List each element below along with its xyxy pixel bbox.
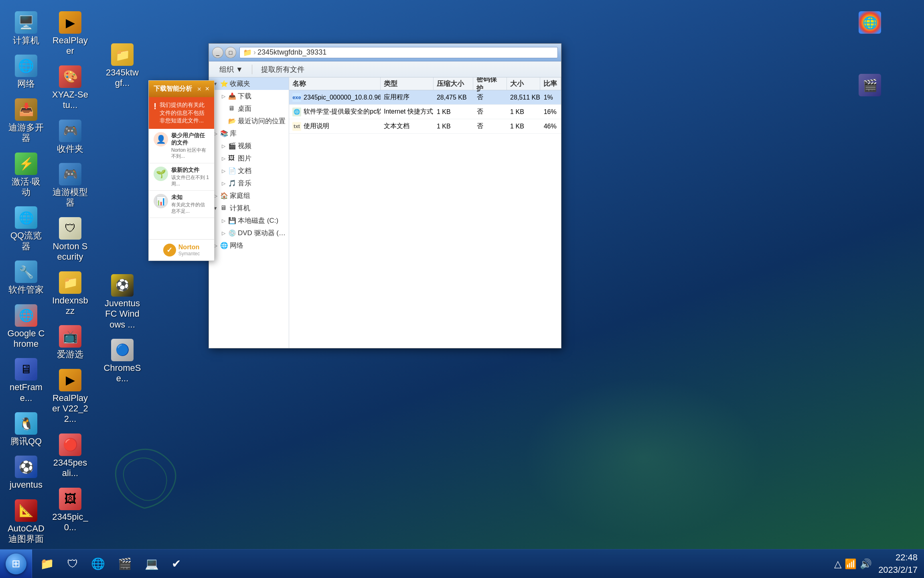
aiyouxuan-icon: 📺: [59, 325, 81, 348]
desktop-icon-movie-top[interactable]: 🎬: [848, 71, 892, 101]
file-type-icon-2: txt: [292, 122, 301, 131]
desktop-icon-realplayer2[interactable]: ▶ RealPlayer V22_22...: [48, 366, 92, 428]
tree-item-network[interactable]: ▷ 🌐 网络: [209, 239, 289, 252]
desktop-icon-google[interactable]: 🌐 Google Chrome: [4, 301, 48, 353]
taskbar-item-computer[interactable]: 💻: [138, 553, 165, 575]
folder2345-icon-label: 2345ktwgf...: [103, 67, 141, 89]
taskbar-item-shield[interactable]: 🛡: [61, 553, 85, 575]
address-bar[interactable]: 📁 › 2345ktwgfdnb_39331: [239, 47, 558, 58]
tree-item-favorites[interactable]: ▼ ⭐ 收藏夹: [209, 77, 289, 90]
start-button[interactable]: ⊞: [0, 550, 32, 578]
norton-section-0: 👤 极少用户信任的文件 Norton 社区中有不到...: [149, 129, 214, 163]
tree-icon-favorites: ⭐: [220, 80, 228, 88]
tree-item-computer[interactable]: ▼ 🖥 计算机: [209, 202, 289, 214]
tree-item-library[interactable]: ▷ 📚 库: [209, 127, 289, 140]
col-header-type[interactable]: 类型: [381, 77, 434, 90]
indexnsbzz-icon-label: Indexnsbzz: [51, 295, 89, 317]
desktop-icon-network[interactable]: 🌐 网络: [4, 51, 48, 92]
tree-item-desktop[interactable]: 🖥 桌面: [209, 102, 289, 115]
desktop-icon-inbox[interactable]: 📥 迪游多开器: [4, 95, 48, 147]
desktop-icon-folder2345[interactable]: 📁 2345ktwgf...: [100, 40, 144, 92]
tree-item-localdisk[interactable]: ▷ 💾 本地磁盘 (C:): [209, 214, 289, 227]
desktop-icon-computer[interactable]: 🖥️ 计算机: [4, 8, 48, 49]
col-header-ratio[interactable]: 比率: [540, 77, 561, 90]
norton-check-icon: ✓: [163, 244, 176, 256]
taskbar-check-icon: ✔: [172, 557, 181, 570]
desktop-icon-qqliulanqi[interactable]: 🌐 QQ流览器: [4, 203, 48, 255]
taskbar-item-media[interactable]: 🎬: [111, 553, 138, 575]
norton-footer: ✓ Norton Symantec: [149, 239, 214, 261]
desktop-icon-chrome-top[interactable]: 🌐: [848, 8, 892, 39]
top-right-icons: 🌐 🎬: [848, 8, 892, 101]
xyaz-icon: 🎨: [59, 65, 81, 88]
start-orb: ⊞: [6, 554, 26, 574]
jihuoshouquan-icon: ⚡: [15, 153, 37, 175]
col-header-compressed[interactable]: 压缩大小: [434, 77, 474, 90]
file-list-header: 名称 类型 压缩大小 密码保护 大小 比率: [289, 77, 561, 90]
norton-close-button[interactable]: ×: [205, 85, 209, 93]
tree-icon-download: 📥: [228, 92, 236, 100]
desktop-icon-juventus2[interactable]: ⚽ juventus: [4, 452, 48, 493]
clock-time: 22:48: [878, 552, 918, 564]
norton-section-icon-1: 🌱: [154, 167, 168, 181]
desktop-icon-rjgj[interactable]: 🔧 软件管家: [4, 257, 48, 298]
file-row-0[interactable]: exe 2345pic_000000_10.8.0.9683_x64 应用程序 …: [289, 90, 561, 105]
file-name-0: 2345pic_000000_10.8.0.9683_x64: [304, 94, 381, 101]
desktop-icon-daoyou[interactable]: 🎮 收件夹: [48, 116, 92, 157]
chromese-icon: 🔵: [111, 339, 134, 361]
tree-item-download[interactable]: ▷ 📥 下载: [209, 90, 289, 102]
taskbar-item-check[interactable]: ✔: [165, 553, 187, 575]
norton-logo: ✓ Norton Symantec: [163, 244, 200, 256]
juventus-icon: ⚽: [111, 274, 134, 297]
desktop-icon-juventus[interactable]: ⚽ Juventus FC Windows ...: [100, 271, 144, 333]
desktop-icon-xyaz[interactable]: 🎨 XYAZ-Setu...: [48, 62, 92, 114]
norton-section-content-1: 极新的文件 该文件已在不到 1 周...: [171, 167, 209, 187]
tree-item-homegroup[interactable]: ▷ 🏠 家庭组: [209, 189, 289, 202]
desktop-icon-daoyoumoxing[interactable]: 🎮 迪游模型器: [48, 160, 92, 212]
tree-arrow-docs: ▷: [220, 168, 227, 174]
file-row-1[interactable]: 🌐 软件学堂-提供最安全的pc软件_免费M... Internet 快捷方式 1…: [289, 105, 561, 119]
tree-item-images[interactable]: ▷ 🖼 图片: [209, 152, 289, 165]
desktop-icon-netframe[interactable]: 🖥 netFrame...: [4, 355, 48, 407]
desktop-icon-jihuoshouquan[interactable]: ⚡ 激活·吸动: [4, 149, 48, 201]
col-header-name[interactable]: 名称: [289, 77, 381, 90]
desktop-icon-aiyouxuan[interactable]: 📺 爱游选: [48, 322, 92, 363]
desktop-icon-norton[interactable]: 🛡 Norton Security: [48, 214, 92, 266]
swirl-decoration: [108, 444, 180, 518]
desktop-icon-chromese[interactable]: 🔵 ChromeSe...: [100, 336, 144, 387]
taskbar-item-browser[interactable]: 🌐: [85, 553, 111, 575]
minimize-button[interactable]: _: [212, 47, 223, 58]
tree-item-music[interactable]: ▷ 🎵 音乐: [209, 177, 289, 189]
tree-item-video[interactable]: ▷ 🎬 视频: [209, 140, 289, 152]
realplayer-icon-label: RealPlayer: [51, 35, 89, 57]
tree-icon-localdisk: 💾: [228, 217, 236, 225]
file-row-2[interactable]: txt 使用说明 文本文档 1 KB 否 1 KB 46%: [289, 119, 561, 134]
tree-item-dvd[interactable]: ▷ 💿 DVD 驱动器 (D:) 20...: [209, 227, 289, 239]
file-cell-ratio-1: 16%: [541, 105, 561, 119]
tree-label-recent: 最近访问的位置: [238, 116, 286, 126]
taskbar-clock[interactable]: 22:48 2023/2/17: [878, 552, 918, 576]
jihuoshouquan-icon-label: 激活·吸动: [7, 177, 45, 198]
tray-arrow-icon[interactable]: △: [834, 558, 841, 570]
tray-volume-icon[interactable]: 🔊: [860, 558, 872, 570]
tree-item-docs[interactable]: ▷ 📄 文档: [209, 165, 289, 177]
desktop-icon-indexnsbzz[interactable]: 📁 Indexnsbzz: [48, 268, 92, 320]
tree-label-video: 视频: [238, 141, 251, 151]
col-header-size[interactable]: 大小: [507, 77, 541, 90]
desktop-icon-qqchat[interactable]: 🐧 腾讯QQ: [4, 409, 48, 450]
tree-label-docs: 文档: [238, 166, 251, 175]
desktop-icon-2345pic[interactable]: 🖼 2345pic_0...: [48, 484, 92, 536]
qqliulanqi-icon-label: QQ流览器: [7, 230, 45, 252]
inbox-icon: 📥: [15, 98, 37, 121]
desktop-icon-autocad[interactable]: 📐 AutoCAD迪图界面: [4, 496, 48, 548]
col-header-password[interactable]: 密码保护: [473, 77, 507, 90]
maximize-button[interactable]: □: [225, 47, 236, 58]
desktop-icon-2345pei[interactable]: 🔴 2345pesali...: [48, 430, 92, 482]
organize-button[interactable]: 组织 ▼: [214, 63, 249, 76]
tree-arrow-desktop: [220, 106, 227, 112]
extract-all-button[interactable]: 提取所有文件: [255, 63, 310, 76]
tree-item-recent[interactable]: 📂 最近访问的位置: [209, 115, 289, 127]
desktop-icon-realplayer[interactable]: ▶ RealPlayer: [48, 8, 92, 60]
file-type-icon-1: 🌐: [292, 108, 301, 116]
taskbar-item-fileexplorer[interactable]: 📁: [34, 553, 61, 575]
